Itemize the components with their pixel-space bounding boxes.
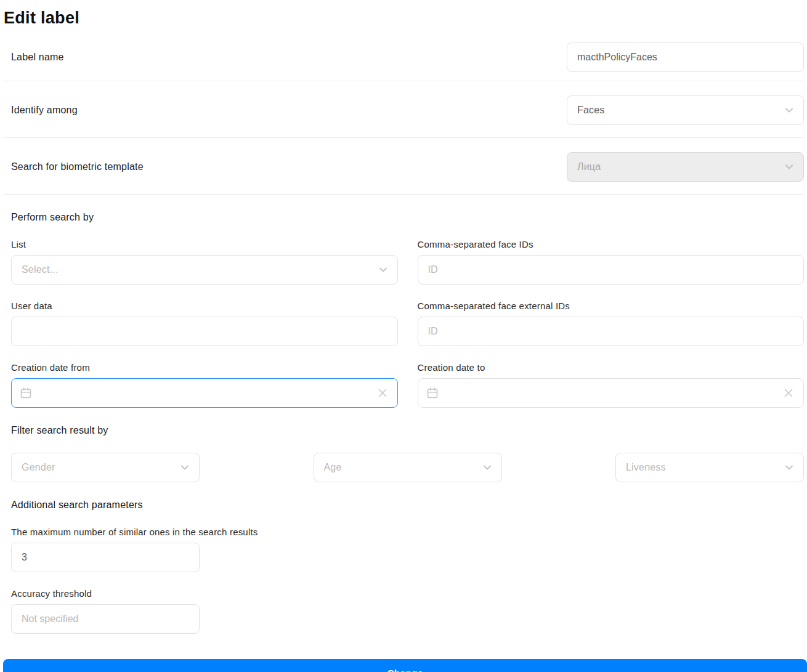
list-field-group: List Select... bbox=[11, 239, 398, 285]
chevron-down-icon bbox=[783, 161, 795, 173]
filter-row: Gender Age Liveness bbox=[11, 453, 804, 482]
external-ids-input[interactable] bbox=[418, 317, 805, 346]
identify-among-label: Identify among bbox=[11, 105, 78, 116]
additional-heading: Additional search parameters bbox=[11, 500, 804, 511]
filter-heading: Filter search result by bbox=[11, 425, 804, 436]
date-from-input[interactable] bbox=[33, 387, 376, 399]
chevron-down-icon bbox=[179, 461, 191, 474]
page-title: Edit label bbox=[4, 9, 804, 28]
list-label: List bbox=[11, 239, 398, 249]
row-biometric-template: Search for biometric template Лица bbox=[3, 138, 804, 195]
external-ids-label: Comma-separated face external IDs bbox=[418, 301, 805, 311]
edit-label-form: Edit label Label name Identify among Fac… bbox=[0, 9, 807, 672]
list-placeholder: Select... bbox=[22, 264, 59, 275]
clear-x-icon[interactable] bbox=[376, 387, 389, 399]
calendar-icon bbox=[426, 386, 439, 400]
list-select[interactable]: Select... bbox=[11, 255, 398, 285]
face-ids-label: Comma-separated face IDs bbox=[418, 239, 805, 249]
biometric-template-label: Search for biometric template bbox=[11, 161, 144, 172]
gender-placeholder: Gender bbox=[22, 462, 55, 473]
user-data-input[interactable] bbox=[11, 317, 398, 346]
accuracy-threshold-input[interactable] bbox=[11, 604, 200, 634]
biometric-template-value: Лица bbox=[577, 161, 601, 172]
liveness-select[interactable]: Liveness bbox=[615, 453, 804, 482]
row-label-name: Label name bbox=[3, 34, 804, 81]
chevron-down-icon bbox=[377, 264, 389, 276]
gender-select[interactable]: Gender bbox=[11, 453, 200, 482]
date-to-field-group: Creation date to bbox=[418, 362, 805, 408]
identify-among-value: Faces bbox=[577, 105, 605, 116]
date-to-label: Creation date to bbox=[418, 362, 805, 373]
accuracy-threshold-label: Accuracy threshold bbox=[11, 588, 804, 599]
date-from-field-group: Creation date from bbox=[11, 362, 398, 408]
row-identify-among: Identify among Faces bbox=[3, 81, 804, 138]
calendar-icon bbox=[19, 386, 33, 400]
change-button[interactable]: Change bbox=[3, 659, 807, 672]
user-data-label: User data bbox=[11, 301, 398, 311]
perform-search-heading: Perform search by bbox=[11, 212, 804, 223]
date-from-picker[interactable] bbox=[11, 378, 398, 408]
external-ids-field-group: Comma-separated face external IDs bbox=[418, 301, 805, 346]
face-ids-input[interactable] bbox=[418, 255, 805, 285]
max-similar-label: The maximum number of similar ones in th… bbox=[11, 527, 804, 537]
identify-among-select[interactable]: Faces bbox=[567, 95, 804, 125]
label-name-label: Label name bbox=[11, 52, 64, 63]
chevron-down-icon bbox=[783, 461, 795, 474]
date-from-label: Creation date from bbox=[11, 362, 398, 373]
face-ids-field-group: Comma-separated face IDs bbox=[418, 239, 805, 285]
label-name-input[interactable] bbox=[567, 43, 804, 72]
biometric-template-select: Лица bbox=[567, 152, 804, 182]
date-to-input[interactable] bbox=[439, 387, 783, 399]
chevron-down-icon bbox=[783, 104, 795, 116]
date-to-picker[interactable] bbox=[418, 378, 805, 408]
clear-x-icon[interactable] bbox=[782, 387, 795, 399]
user-data-field-group: User data bbox=[11, 301, 398, 346]
chevron-down-icon bbox=[481, 461, 493, 474]
age-select[interactable]: Age bbox=[314, 453, 502, 482]
max-similar-input[interactable] bbox=[11, 543, 200, 572]
perform-search-grid: List Select... Comma-separated face IDs … bbox=[11, 223, 804, 408]
liveness-placeholder: Liveness bbox=[626, 462, 666, 473]
age-placeholder: Age bbox=[324, 462, 342, 473]
